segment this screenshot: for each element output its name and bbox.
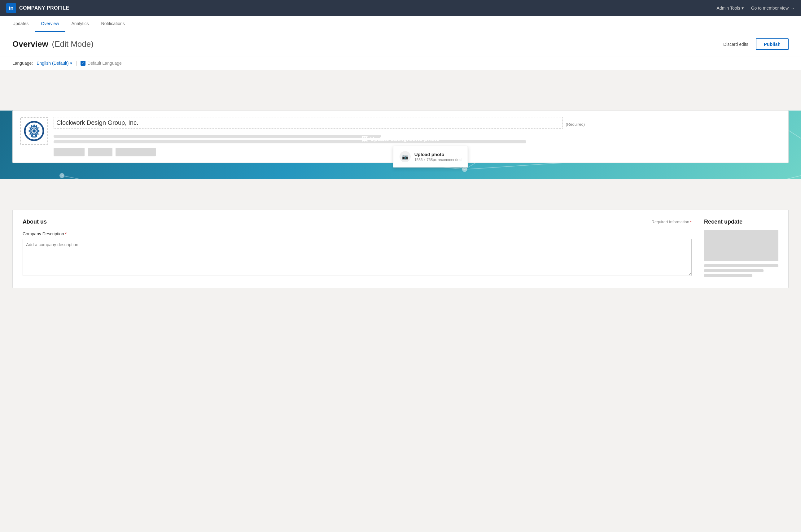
admin-tools-button[interactable]: Admin Tools ▾ [717, 5, 744, 11]
svg-point-44 [33, 135, 35, 136]
subnav: Updates Overview Analytics Notifications [0, 16, 801, 32]
placeholder-line-1 [54, 135, 381, 138]
about-left: About us Required Information * Company … [23, 218, 692, 279]
publish-button[interactable]: Publish [756, 38, 788, 50]
page-title: Overview (Edit Mode) [13, 39, 94, 49]
about-title: About us [23, 218, 47, 225]
language-bar: Language: English (Default) ▾ | ✓ Defaul… [0, 56, 801, 70]
page-header: Overview (Edit Mode) Discard edits Publi… [0, 32, 801, 56]
company-name-input[interactable] [54, 117, 563, 129]
about-right: Recent update [704, 218, 778, 279]
gear-logo-icon [23, 120, 45, 142]
navbar: in COMPANY PROFILE Admin Tools ▾ Go to m… [0, 0, 801, 16]
tab-analytics[interactable]: Analytics [66, 16, 95, 32]
main-area: About us Required Information * Company … [0, 179, 801, 300]
svg-point-32 [59, 173, 64, 178]
default-language-label: Default Language [87, 61, 122, 65]
tab-notifications[interactable]: Notifications [95, 16, 131, 32]
company-logo[interactable] [20, 117, 48, 145]
placeholder-btn-2 [88, 148, 112, 156]
language-label: Language: [13, 61, 33, 65]
upload-photo-option[interactable]: 📷 Upload photo 1536 x 768px recommended [399, 151, 462, 162]
header-actions: Discard edits Publish [720, 38, 788, 50]
svg-line-22 [712, 175, 801, 179]
recent-update-image [704, 230, 778, 261]
svg-point-28 [462, 167, 467, 172]
about-section: About us Required Information * Company … [13, 210, 788, 288]
svg-point-42 [33, 130, 36, 133]
chevron-down-icon: ▾ [742, 5, 744, 11]
default-language-checkbox[interactable]: ✓ Default Language [80, 61, 122, 65]
placeholder-btn-1 [54, 148, 85, 156]
recent-text-line-1 [704, 264, 778, 267]
tab-updates[interactable]: Updates [6, 16, 35, 32]
navbar-right: Admin Tools ▾ Go to member view → [717, 5, 795, 11]
recent-update-title: Recent update [704, 218, 778, 225]
update-bg-label: 🖼 Update background photo [361, 136, 440, 143]
placeholder-line-2 [54, 140, 526, 144]
placeholder-btn-3 [115, 148, 156, 156]
company-description-label: Company Description * [23, 231, 692, 236]
about-header: About us Required Information * [23, 218, 692, 225]
company-name-row: (Required) [54, 117, 781, 132]
upload-photo-dropdown[interactable]: 📷 Upload photo 1536 x 768px recommended [393, 146, 468, 168]
navbar-left: in COMPANY PROFILE [6, 3, 69, 13]
discard-edits-button[interactable]: Discard edits [720, 39, 752, 49]
hero-banner: 🖼 Update background photo 📷 Upload photo… [0, 111, 801, 179]
navbar-brand: COMPANY PROFILE [19, 5, 69, 11]
required-label: (Required) [566, 122, 585, 127]
upload-text: Upload photo 1536 x 768px recommended [414, 152, 462, 162]
field-required-star: * [65, 231, 67, 236]
go-to-member-view-button[interactable]: Go to member view → [751, 5, 795, 11]
language-select-dropdown[interactable]: English (Default) ▾ [37, 61, 72, 65]
arrow-right-icon: → [790, 5, 795, 11]
lang-divider: | [76, 61, 77, 65]
linkedin-logo: in [6, 3, 16, 13]
checkbox-icon: ✓ [80, 61, 86, 65]
image-icon: 🖼 [361, 136, 368, 143]
update-background-photo-button[interactable]: 🖼 Update background photo [361, 136, 440, 143]
chevron-down-icon: ▾ [70, 61, 72, 65]
tab-overview[interactable]: Overview [35, 16, 65, 32]
svg-line-15 [62, 175, 155, 179]
required-info-label: Required Information * [652, 220, 692, 224]
camera-icon: 📷 [399, 151, 411, 162]
company-description-textarea[interactable] [23, 239, 692, 276]
required-star: * [690, 220, 692, 224]
recent-text-line-2 [704, 269, 764, 272]
recent-text-line-3 [704, 274, 752, 277]
